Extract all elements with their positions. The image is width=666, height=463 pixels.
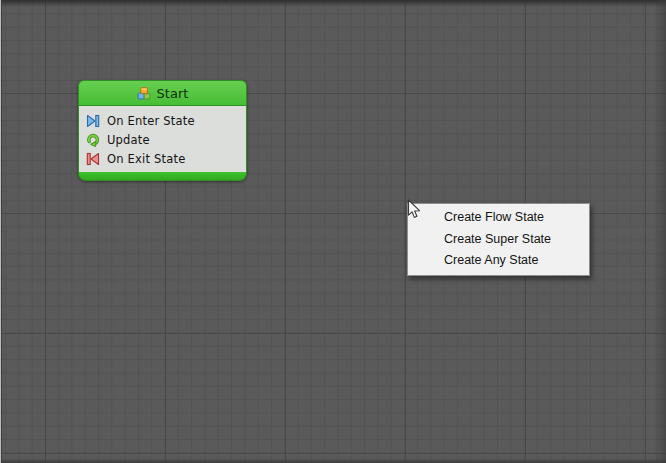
canvas-top-shadow: [0, 0, 666, 7]
node-event-row-update: Update: [79, 130, 246, 149]
canvas-right-shadow: [654, 0, 666, 463]
state-node-title: Start: [157, 86, 189, 101]
state-node-start[interactable]: Start On Enter State: [78, 80, 247, 181]
node-event-row-exit: On Exit State: [79, 149, 246, 168]
state-machine-cubes-icon: [137, 86, 151, 100]
node-event-row-enter: On Enter State: [79, 111, 246, 130]
state-node-body: On Enter State Update: [78, 106, 247, 172]
window-left-edge: [0, 0, 2, 463]
state-node-footer: [78, 172, 247, 181]
menu-item-create-flow-state[interactable]: Create Flow State: [408, 207, 589, 229]
menu-item-create-any-state[interactable]: Create Any State: [408, 250, 589, 272]
skip-back-icon: [86, 152, 100, 166]
state-node-header[interactable]: Start: [78, 80, 247, 106]
refresh-loop-icon: [86, 133, 100, 147]
skip-forward-icon: [86, 114, 100, 128]
node-event-label: On Enter State: [107, 114, 195, 128]
canvas-bottom-shadow: [0, 458, 666, 463]
node-event-label: On Exit State: [107, 152, 185, 166]
node-event-label: Update: [107, 133, 150, 147]
context-menu: Create Flow State Create Super State Cre…: [407, 203, 590, 276]
menu-item-create-super-state[interactable]: Create Super State: [408, 229, 589, 251]
graph-canvas[interactable]: Start On Enter State: [0, 0, 666, 463]
